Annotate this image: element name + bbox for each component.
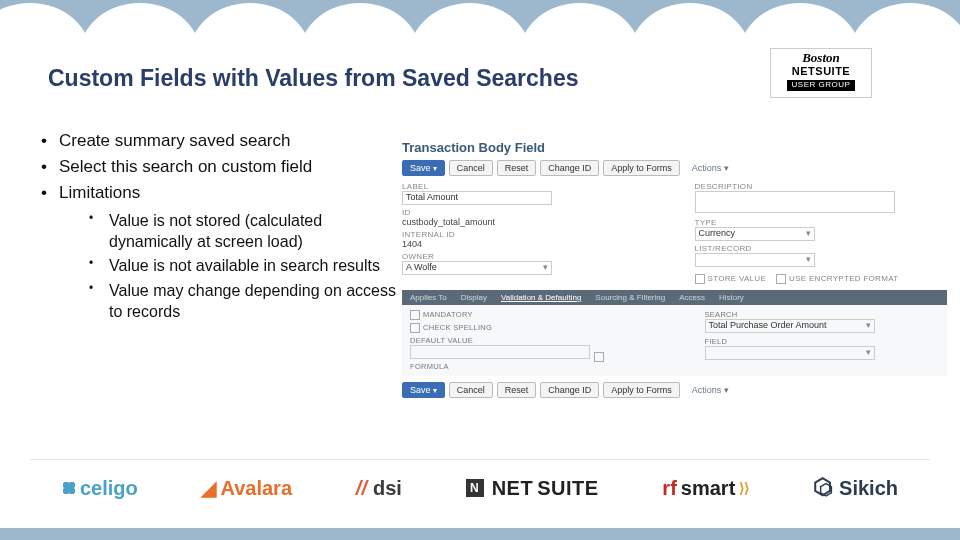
cancel-button-2[interactable]: Cancel [449,382,493,398]
defaultvalue-input[interactable] [410,345,590,359]
apply-button-2[interactable]: Apply to Forms [603,382,680,398]
netsuite-icon: N [466,479,484,497]
type-lbl: TYPE [695,218,948,227]
celigo-logo: celigo [62,477,138,500]
logo-line2: NETSUITE [771,65,871,77]
usergroup-logo: Boston NETSUITE USER GROUP [770,48,872,98]
id-val: custbody_total_amount [402,217,495,227]
tab-history[interactable]: History [719,293,744,302]
formula-lbl: FORMULA [410,362,449,371]
subbullet-2: Value is not available in search results [87,256,400,277]
formula-checkbox[interactable] [594,352,604,362]
owner-select[interactable]: A Wolfe [402,261,552,275]
netsuite-logo: NNETSUITE [466,477,599,500]
storevalue-checkbox[interactable] [695,274,705,284]
mandatory-lbl: MANDATORY [423,310,473,319]
logo-line1: Boston [771,51,871,65]
bullet-1: Create summary saved search [35,130,400,153]
search-lbl: SEARCH [705,310,940,319]
footer-divider [30,459,930,460]
checkspelling-lbl: CHECK SPELLING [423,323,492,332]
button-row-top: Save Cancel Reset Change ID Apply to For… [402,160,947,176]
checkspelling-checkbox[interactable] [410,323,420,333]
sikich-logo: Sikich [813,477,898,500]
dsi-icon: // [356,477,367,500]
owner-lbl: OWNER [402,252,655,261]
actions-menu-2[interactable]: Actions [692,385,729,395]
listrecord-lbl: LIST/RECORD [695,244,948,253]
defaultvalue-lbl: DEFAULT VALUE [410,336,645,345]
search-select[interactable]: Total Purchase Order Amount [705,319,875,333]
field-lbl: FIELD [705,337,940,346]
avalara-logo: ◢Avalara [201,476,292,500]
save-button[interactable]: Save [402,160,445,176]
save-button-2[interactable]: Save [402,382,445,398]
subbullet-1: Value is not stored (calculated dynamica… [87,211,400,253]
tab-display[interactable]: Display [461,293,487,302]
subtab-bar: Applies To Display Validation & Defaulti… [402,290,947,305]
cancel-button[interactable]: Cancel [449,160,493,176]
rfsmart-icon: ⟩⟩ [739,480,749,496]
tab-sourcing[interactable]: Sourcing & Filtering [595,293,665,302]
internalid-val: 1404 [402,239,422,249]
dsi-logo: //dsi [356,477,402,500]
bullet-3-text: Limitations [59,183,140,202]
type-select[interactable]: Currency [695,227,815,241]
listrecord-select[interactable] [695,253,815,267]
storevalue-lbl: STORE VALUE [708,274,767,283]
encrypted-lbl: USE ENCRYPTED FORMAT [789,274,898,283]
actions-menu[interactable]: Actions [692,163,729,173]
bullet-2: Select this search on custom field [35,156,400,179]
avalara-icon: ◢ [201,476,216,500]
bottom-band [0,528,960,540]
slide-title: Custom Fields with Values from Saved Sea… [48,65,578,92]
tab-appliesto[interactable]: Applies To [410,293,447,302]
tab-validation[interactable]: Validation & Defaulting [501,293,581,302]
label-lbl: LABEL [402,182,655,191]
form-header: Transaction Body Field [402,140,947,155]
changeid-button[interactable]: Change ID [540,160,599,176]
logo-line3: USER GROUP [787,80,856,91]
footer-logos: celigo ◢Avalara //dsi NNETSUITE rfsmart⟩… [0,466,960,510]
id-lbl: ID [402,208,655,217]
bullet-3: Limitations Value is not stored (calcula… [35,182,400,323]
tab-access[interactable]: Access [679,293,705,302]
rfsmart-logo: rfsmart⟩⟩ [662,477,749,500]
mandatory-checkbox[interactable] [410,310,420,320]
sikich-icon [813,478,835,498]
subbullet-3: Value may change depending on access to … [87,281,400,323]
apply-button[interactable]: Apply to Forms [603,160,680,176]
label-input[interactable]: Total Amount [402,191,552,205]
description-input[interactable] [695,191,895,213]
internalid-lbl: INTERNAL ID [402,230,655,239]
reset-button-2[interactable]: Reset [497,382,537,398]
reset-button[interactable]: Reset [497,160,537,176]
field-select[interactable] [705,346,875,360]
encrypted-checkbox[interactable] [776,274,786,284]
header-band [0,0,960,55]
changeid-button-2[interactable]: Change ID [540,382,599,398]
netsuite-screenshot: Transaction Body Field Save Cancel Reset… [402,140,947,404]
description-lbl: DESCRIPTION [695,182,948,191]
subtab-body: MANDATORY CHECK SPELLING DEFAULT VALUE F… [402,305,947,376]
bullet-content: Create summary saved search Select this … [35,130,400,327]
celigo-icon [62,481,76,495]
button-row-bottom: Save Cancel Reset Change ID Apply to For… [402,382,947,398]
